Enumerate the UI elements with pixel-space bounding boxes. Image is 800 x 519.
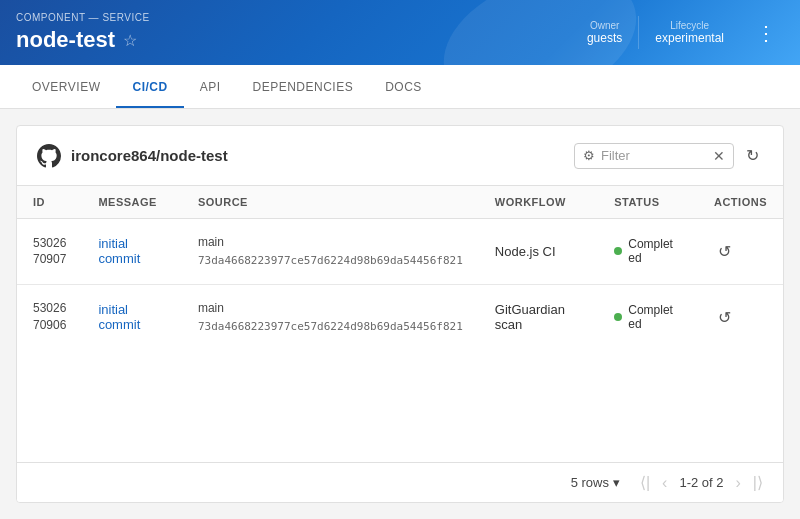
component-label: Component — Service <box>16 12 571 23</box>
github-icon <box>37 144 61 168</box>
status-text: Complet ed <box>628 237 682 265</box>
table-body: 53026 70907 initial commit main 73da4668… <box>17 219 783 350</box>
col-source: SOURCE <box>182 186 479 219</box>
table-header: ID MESSAGE SOURCE WORKFLOW STATUS ACTION… <box>17 186 783 219</box>
tab-docs[interactable]: DOCS <box>369 68 438 108</box>
nav-tabs: OVERVIEW CI/CD API DEPENDENCIES DOCS <box>0 65 800 109</box>
cell-status: Complet ed <box>598 284 698 349</box>
cell-actions: ↺ <box>698 284 783 349</box>
tab-cicd[interactable]: CI/CD <box>116 68 183 108</box>
cell-workflow: GitGuardian scan <box>479 284 598 349</box>
header-left: Component — Service node-test ☆ <box>16 12 571 53</box>
cicd-table: ID MESSAGE SOURCE WORKFLOW STATUS ACTION… <box>17 186 783 350</box>
menu-icon[interactable]: ⋮ <box>748 13 784 53</box>
prev-page-button[interactable]: ‹ <box>658 472 671 494</box>
filter-box[interactable]: ⚙ Filter ✕ <box>574 143 734 169</box>
cell-status: Complet ed <box>598 219 698 285</box>
rows-label: 5 rows <box>571 475 609 490</box>
main-content: ironcore864/node-test ⚙ Filter ✕ ↻ ID ME… <box>16 125 784 503</box>
cell-source: main 73da4668223977ce57d6224d98b69da5445… <box>182 284 479 349</box>
refresh-button[interactable]: ↻ <box>742 142 763 169</box>
header-meta: Owner guests Lifecycle experimental <box>571 16 740 49</box>
cell-message: initial commit <box>82 284 182 349</box>
lifecycle-value: experimental <box>655 31 724 45</box>
source-branch: main <box>198 299 463 318</box>
cell-message: initial commit <box>82 219 182 285</box>
cell-workflow: Node.js CI <box>479 219 598 285</box>
status-dot <box>614 247 622 255</box>
col-status: STATUS <box>598 186 698 219</box>
tab-overview[interactable]: OVERVIEW <box>16 68 116 108</box>
star-icon[interactable]: ☆ <box>123 31 137 50</box>
filter-placeholder: Filter <box>601 148 707 163</box>
repo-name-text: ironcore864/node-test <box>71 147 228 164</box>
rerun-button[interactable]: ↺ <box>714 304 735 331</box>
cell-source: main 73da4668223977ce57d6224d98b69da5445… <box>182 219 479 285</box>
source-hash: 73da4668223977ce57d6224d98b69da54456f821 <box>198 252 463 270</box>
source-branch: main <box>198 233 463 252</box>
owner-value: guests <box>587 31 622 45</box>
next-page-button[interactable]: › <box>732 472 745 494</box>
table-row: 53026 70907 initial commit main 73da4668… <box>17 219 783 285</box>
table-container: ID MESSAGE SOURCE WORKFLOW STATUS ACTION… <box>17 186 783 462</box>
rows-per-page[interactable]: 5 rows ▾ <box>571 475 620 490</box>
cell-id: 53026 70907 <box>17 219 82 285</box>
col-actions: ACTIONS <box>698 186 783 219</box>
table-row: 53026 70906 initial commit main 73da4668… <box>17 284 783 349</box>
message-link[interactable]: initial commit <box>98 302 140 332</box>
lifecycle-label: Lifecycle <box>655 20 724 31</box>
cell-actions: ↺ <box>698 219 783 285</box>
last-page-button[interactable]: |⟩ <box>749 471 767 494</box>
message-link[interactable]: initial commit <box>98 236 140 266</box>
app-header: Component — Service node-test ☆ Owner gu… <box>0 0 800 65</box>
owner-label: Owner <box>587 20 622 31</box>
table-footer: 5 rows ▾ ⟨| ‹ 1-2 of 2 › |⟩ <box>17 462 783 502</box>
page-title: node-test <box>16 27 115 53</box>
lifecycle-meta: Lifecycle experimental <box>639 16 740 49</box>
status-dot <box>614 313 622 321</box>
col-workflow: WORKFLOW <box>479 186 598 219</box>
pagination: ⟨| ‹ 1-2 of 2 › |⟩ <box>636 471 767 494</box>
rows-dropdown-icon[interactable]: ▾ <box>613 475 620 490</box>
filter-icon: ⚙ <box>583 148 595 163</box>
rerun-button[interactable]: ↺ <box>714 238 735 265</box>
filter-area: ⚙ Filter ✕ ↻ <box>574 142 763 169</box>
tab-dependencies[interactable]: DEPENDENCIES <box>236 68 369 108</box>
owner-meta: Owner guests <box>571 16 639 49</box>
col-id: ID <box>17 186 82 219</box>
first-page-button[interactable]: ⟨| <box>636 471 654 494</box>
page-info: 1-2 of 2 <box>679 475 723 490</box>
col-message: MESSAGE <box>82 186 182 219</box>
header-right: Owner guests Lifecycle experimental ⋮ <box>571 13 784 53</box>
repo-name: ironcore864/node-test <box>37 144 228 168</box>
cell-id: 53026 70906 <box>17 284 82 349</box>
service-title: node-test ☆ <box>16 27 571 53</box>
repo-header: ironcore864/node-test ⚙ Filter ✕ ↻ <box>17 126 783 186</box>
filter-clear-icon[interactable]: ✕ <box>713 148 725 164</box>
tab-api[interactable]: API <box>184 68 237 108</box>
source-hash: 73da4668223977ce57d6224d98b69da54456f821 <box>198 318 463 336</box>
status-text: Complet ed <box>628 303 682 331</box>
